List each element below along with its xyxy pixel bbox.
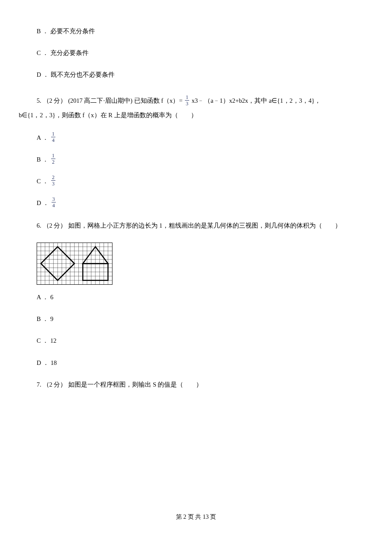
fraction-2-3: 2 3 [51,175,55,186]
q5-text-b: x3﹣（a﹣1）x2+b2x，其中 a∈{1，2，3，4}， [192,97,321,104]
fraction-denominator: 2 [51,159,55,165]
q4-option-c: C ． 充分必要条件 [19,48,373,58]
fraction-denominator: 3 [51,181,55,186]
q5-option-c: C ． 2 3 [19,176,373,187]
q6-option-c: C ． 12 [19,336,373,346]
fraction-denominator: 4 [52,202,56,208]
q5-fraction-1-3: 1 3 [185,95,189,106]
q4-option-d: D ． 既不充分也不必要条件 [19,70,373,80]
q6-option-b: B ． 9 [19,314,373,324]
fraction-denominator: 4 [51,137,55,143]
q5-text-line2: b∈{1，2，3}，则函数 f（x）在 R 上是增函数的概率为（ ） [19,110,373,120]
fraction-numerator: 3 [52,197,56,202]
q4-option-b: B ． 必要不充分条件 [19,26,373,36]
q5-option-b: B ． 1 2 [19,154,373,165]
option-label: D ． [37,198,49,208]
fraction-numerator: 1 [185,95,189,101]
fraction-denominator: 3 [185,101,189,106]
fraction-numerator: 2 [51,175,55,181]
fraction-3-4: 3 4 [52,197,56,208]
q5-text-a: 5. （2 分） (2017 高二下·眉山期中) 已知函数 f（x）= [37,97,184,104]
q5-option-d: D ． 3 4 [19,197,373,209]
fraction-1-4: 1 4 [51,131,55,143]
fraction-numerator: 1 [51,131,55,137]
option-label: A ． [37,133,49,143]
option-label: B ． [37,155,49,165]
q6-option-a: A ． 6 [19,292,373,302]
q5-stem: 5. （2 分） (2017 高二下·眉山期中) 已知函数 f（x）= 1 3 … [19,95,373,120]
q6-stem: 6. （2 分） 如图，网格上小正方形的边长为 1，粗线画出的是某几何体的三视图… [19,221,373,231]
option-label: C ． [37,176,49,186]
page-footer: 第 2 页 共 13 页 [0,512,392,522]
fraction-1-2: 1 2 [51,153,55,165]
q6-option-d: D ． 18 [19,358,373,368]
page: B ． 必要不充分条件 C ． 充分必要条件 D ． 既不充分也不必要条件 5.… [0,0,392,555]
q7-stem: 7. （2 分） 如图是一个程序框图，则输出 S 的值是（ ） [19,380,373,390]
fraction-numerator: 1 [51,153,55,159]
q5-option-a: A ． 1 4 [19,132,373,144]
three-view-diagram [37,243,112,285]
